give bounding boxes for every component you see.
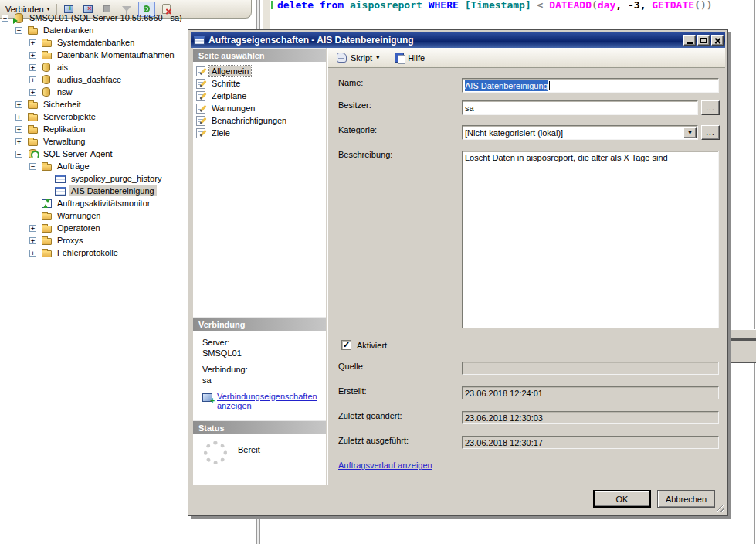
server-value: SMSQL01	[202, 348, 323, 358]
help-button[interactable]: Hilfe	[392, 51, 427, 64]
tree-item-label: audius_dashface	[55, 74, 124, 85]
category-combobox[interactable]: [Nicht kategorisiert (lokal)] ▼	[462, 125, 698, 140]
connection-label: Verbindung:	[202, 365, 323, 374]
tree-expander[interactable]: +	[29, 225, 36, 232]
tree-expander[interactable]: +	[29, 237, 36, 244]
tree-expander[interactable]: +	[29, 64, 36, 71]
tree-expander[interactable]: +	[15, 138, 22, 145]
tree-expander[interactable]: −	[2, 15, 8, 22]
resize-grip[interactable]	[714, 502, 724, 512]
tree-expander[interactable]: −	[15, 27, 22, 34]
sql-token: aisposreport	[350, 0, 429, 11]
database-icon	[41, 75, 52, 84]
page-item-ziele[interactable]: Ziele	[193, 127, 326, 139]
page-icon	[196, 128, 205, 138]
page-icon	[196, 79, 205, 89]
tree-item-label: Datenbanken	[41, 25, 96, 36]
chevron-down-icon: ▾	[376, 54, 379, 61]
source-label: Quelle:	[338, 362, 365, 371]
tree-expander[interactable]: +	[29, 52, 36, 59]
status-value: Bereit	[238, 445, 260, 454]
tree-item-label: Fehlerprotokolle	[55, 247, 120, 258]
last-executed-field: 23.06.2018 12:30:17	[462, 436, 719, 449]
sql-token: (	[592, 0, 598, 11]
sql-editor-line[interactable]: delete from aisposreport WHERE [Timestam…	[277, 0, 713, 11]
background-panel-line	[726, 362, 756, 363]
page-item-schritte[interactable]: Schritte	[193, 77, 326, 90]
tree-item[interactable]: −SMSQL01 (SQL Server 10.50.6560 - sa)	[0, 12, 255, 24]
monitor-icon	[41, 199, 52, 208]
maximize-button[interactable]	[697, 35, 710, 46]
page-item-benachrichtigungen[interactable]: Benachrichtigungen	[193, 114, 326, 127]
page-item-zeitpläne[interactable]: Zeitpläne	[193, 90, 326, 102]
tree-expander[interactable]: +	[29, 76, 36, 83]
script-button[interactable]: Skript ▾	[334, 51, 381, 64]
job-icon	[55, 187, 66, 196]
description-textarea[interactable]: Löscht Daten in aisposreport, die älter …	[462, 151, 719, 328]
name-label: Name:	[338, 78, 363, 87]
created-field: 23.06.2018 12:24:01	[462, 386, 719, 400]
sql-token: ())	[694, 0, 712, 11]
page-icon	[196, 91, 205, 101]
cancel-button[interactable]: Abbrechen	[657, 490, 715, 508]
connection-value: sa	[202, 376, 323, 385]
tree-expander[interactable]: −	[15, 151, 22, 158]
sql-token: DATEADD	[549, 0, 592, 11]
job-icon	[194, 36, 205, 45]
pages-header: Seite auswählen	[193, 48, 326, 62]
job-properties-dialog: Auftragseigenschaften - AIS Datenbereini…	[188, 29, 728, 516]
minimize-button[interactable]	[683, 35, 696, 46]
tree-item-label: Operatoren	[55, 223, 103, 233]
page-icon	[196, 116, 205, 126]
tree-expander[interactable]: +	[15, 101, 22, 108]
view-job-history-link[interactable]: Auftragsverlauf anzeigen	[338, 461, 432, 470]
name-input[interactable]: AIS Datenbereinigung	[462, 78, 719, 93]
source-field	[462, 362, 719, 375]
filter-icon	[122, 6, 131, 12]
background-panel-band	[726, 341, 756, 362]
dialog-titlebar[interactable]: Auftragseigenschaften - AIS Datenbereini…	[191, 32, 725, 48]
folder-icon	[41, 39, 52, 47]
combo-arrow-icon: ▼	[687, 130, 693, 135]
pages-list: AllgemeinSchritteZeitpläneWarnungenBenac…	[193, 62, 326, 317]
minimize-icon	[687, 42, 693, 44]
connection-info: Server: SMSQL01 Verbindung: sa Verbindun…	[193, 331, 326, 420]
tree-item-label: Verwaltung	[41, 136, 87, 147]
tree-expander[interactable]: −	[29, 163, 36, 170]
enabled-checkbox[interactable]: ✓	[341, 340, 351, 350]
owner-input[interactable]: sa	[462, 100, 698, 115]
connection-header: Verbindung	[193, 317, 326, 331]
tree-item-label: nsw	[55, 87, 75, 97]
script-icon	[337, 53, 347, 63]
tree-expander[interactable]: +	[15, 114, 22, 121]
owner-browse-button[interactable]: ...	[701, 100, 720, 115]
tree-expander-spacer	[43, 188, 50, 195]
view-connection-properties-link[interactable]: Verbindungseigenschaften anzeigen	[202, 392, 323, 410]
combo-dropdown-button[interactable]: ▼	[683, 127, 697, 138]
category-browse-button[interactable]: ...	[701, 125, 720, 140]
ok-button[interactable]: OK	[593, 490, 651, 508]
tree-expander[interactable]: +	[29, 250, 36, 257]
folder-icon	[41, 51, 52, 60]
folder-icon	[41, 236, 52, 245]
tree-item-label: Systemdatenbanken	[55, 37, 137, 48]
page-item-allgemein[interactable]: Allgemein	[193, 65, 326, 77]
connection-properties-icon	[202, 393, 212, 402]
sql-token: [Timestamp]	[465, 0, 537, 11]
tree-item-label: AIS Datenbereinigung	[69, 185, 157, 196]
server-label: Server:	[202, 338, 323, 347]
tree-expander[interactable]: +	[29, 39, 36, 46]
last-executed-label: Zuletzt ausgeführt:	[338, 436, 409, 445]
tree-item-label: SMSQL01 (SQL Server 10.50.6560 - sa)	[27, 12, 185, 23]
tree-expander[interactable]: +	[15, 126, 22, 133]
sql-token: delete from	[277, 0, 350, 11]
sql-token: GETDATE	[652, 0, 694, 11]
database-icon	[41, 87, 52, 97]
created-label: Erstellt:	[338, 386, 367, 396]
description-label: Beschreibung:	[338, 150, 392, 159]
page-item-warnungen[interactable]: Warnungen	[193, 102, 326, 114]
page-selector-pane: Seite auswählen AllgemeinSchritteZeitplä…	[193, 48, 326, 485]
close-button[interactable]	[711, 35, 724, 46]
tree-expander[interactable]: +	[29, 89, 36, 96]
page-item-label: Benachrichtigungen	[209, 115, 289, 126]
